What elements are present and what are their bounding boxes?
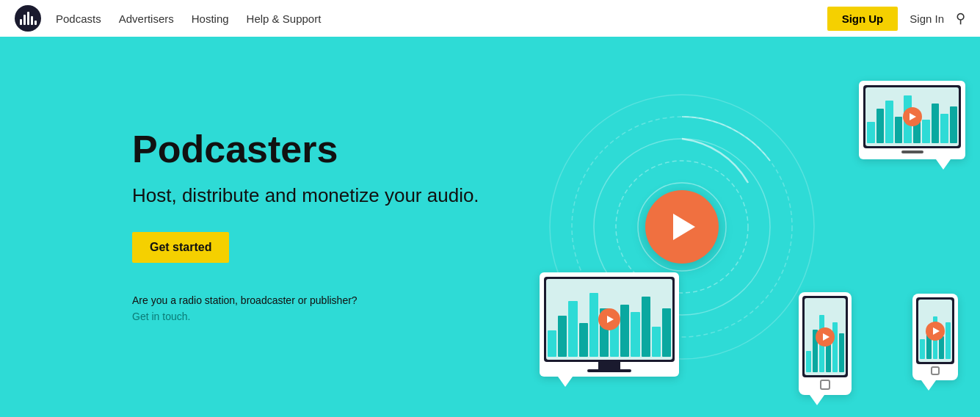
phone-device-2 bbox=[912, 294, 958, 380]
hero-section: Podcasters Host, distribute and monetize… bbox=[0, 37, 980, 417]
search-icon[interactable]: ⚲ bbox=[956, 10, 965, 26]
hero-content: Podcasters Host, distribute and monetize… bbox=[132, 128, 479, 324]
nav-advertisers[interactable]: Advertisers bbox=[119, 12, 174, 25]
get-started-button[interactable]: Get started bbox=[132, 232, 229, 263]
hero-illustration bbox=[466, 37, 980, 417]
central-play-button[interactable] bbox=[645, 190, 719, 264]
hero-footnote: Are you a radio station, broadcaster or … bbox=[132, 292, 479, 325]
nav-help[interactable]: Help & Support bbox=[247, 12, 322, 25]
footnote-text: Are you a radio station, broadcaster or … bbox=[132, 294, 357, 306]
monitor-device bbox=[540, 272, 679, 377]
navbar: Podcasts Advertisers Hosting Help & Supp… bbox=[0, 0, 980, 37]
footnote-link[interactable]: Get in touch. bbox=[132, 311, 190, 322]
phone2-play-icon bbox=[926, 322, 945, 341]
signup-button[interactable]: Sign Up bbox=[827, 7, 899, 31]
phone-device-1 bbox=[799, 292, 852, 395]
tablet-play-icon bbox=[903, 107, 922, 126]
play-icon bbox=[673, 214, 695, 240]
signin-link[interactable]: Sign In bbox=[910, 12, 944, 25]
nav-hosting[interactable]: Hosting bbox=[192, 12, 229, 25]
nav-right: Sign Up Sign In ⚲ bbox=[827, 7, 965, 31]
phone1-play-icon bbox=[816, 327, 835, 347]
logo[interactable] bbox=[15, 5, 41, 32]
nav-links: Podcasts Advertisers Hosting Help & Supp… bbox=[56, 12, 827, 25]
tablet-device bbox=[859, 81, 965, 159]
monitor-play-icon bbox=[598, 308, 620, 330]
hero-title: Podcasters bbox=[132, 128, 479, 170]
nav-podcasts[interactable]: Podcasts bbox=[56, 12, 101, 25]
hero-subtitle: Host, distribute and monetize your audio… bbox=[132, 183, 479, 208]
